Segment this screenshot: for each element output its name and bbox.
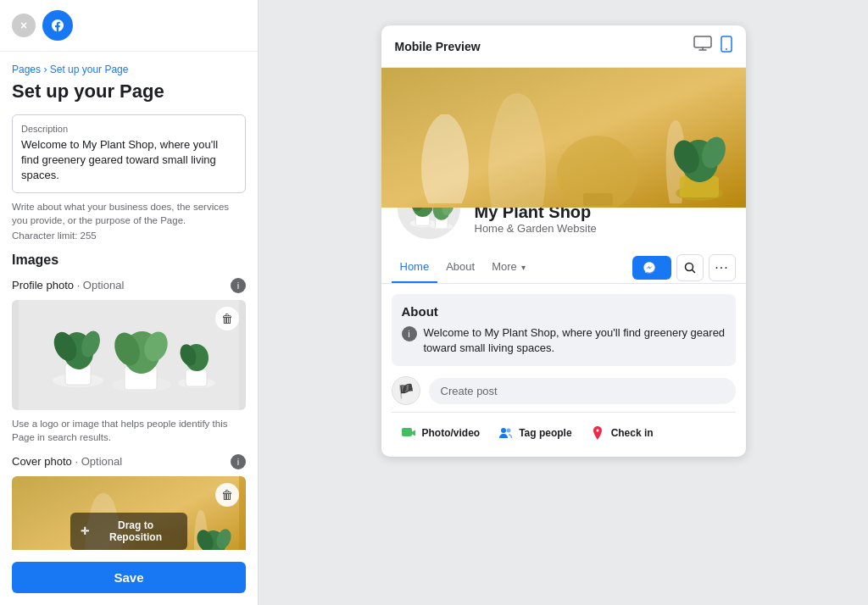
more-nav-button[interactable]: ··· (709, 254, 736, 281)
svg-rect-48 (403, 429, 411, 436)
create-post-avatar: 🏴 (392, 376, 420, 405)
tag-people-button[interactable]: Tag people (488, 419, 580, 447)
profile-photo-preview: 🗑 (12, 300, 246, 410)
flag-icon: 🏴 (398, 383, 415, 399)
svg-rect-13 (186, 369, 207, 386)
about-text: Welcome to My Plant Shop, where you'll f… (424, 325, 726, 356)
photo-video-icon (400, 425, 417, 441)
photo-video-button[interactable]: Photo/video (392, 419, 489, 447)
profile-info: My Plant Shop Home & Garden Website (475, 203, 597, 241)
right-panel: Mobile Preview (259, 0, 868, 605)
svg-rect-30 (583, 193, 613, 206)
mobile-device-icon[interactable] (721, 36, 732, 57)
about-section: About i Welcome to My Plant Shop, where … (392, 294, 736, 366)
left-content: Pages › Set up your Page Set up your Pag… (0, 52, 258, 550)
search-icon (684, 262, 696, 274)
char-limit: Character limit: 255 (12, 230, 246, 241)
profile-photo-delete-icon[interactable]: 🗑 (215, 307, 239, 330)
cover-photo-delete-icon[interactable]: 🗑 (215, 483, 239, 507)
profile-photo-image (12, 300, 246, 410)
message-button[interactable] (632, 256, 671, 280)
search-nav-button[interactable] (676, 254, 704, 281)
page-navigation: Home About More ▾ (381, 252, 746, 284)
breadcrumb: Pages › Set up your Page (12, 64, 246, 75)
preview-content: My Plant Shop Home & Garden Website Home… (381, 68, 746, 457)
desktop-device-icon[interactable] (693, 36, 712, 57)
left-panel: × Pages › Set up your Page Set up your P… (0, 0, 259, 605)
profile-category: Home & Garden Website (475, 222, 597, 235)
mobile-preview-container: Mobile Preview (381, 25, 746, 457)
breadcrumb-pages[interactable]: Pages (12, 64, 41, 75)
breadcrumb-current: Set up your Page (50, 64, 129, 75)
close-button[interactable]: × (12, 14, 36, 37)
facebook-logo (42, 10, 73, 41)
about-info-icon: i (402, 326, 417, 341)
svg-point-49 (501, 428, 506, 433)
page-title: Set up your Page (12, 80, 246, 103)
preview-cover-image (381, 68, 746, 208)
svg-point-27 (726, 48, 727, 50)
create-post-section: 🏴 Create post Photo/video (392, 376, 736, 447)
create-post-input[interactable]: Create post (429, 378, 736, 404)
profile-photo-label: Profile photo · Optional (12, 279, 124, 291)
messenger-icon (643, 261, 656, 275)
svg-point-0 (42, 10, 73, 41)
description-label: Description (21, 124, 236, 134)
nav-about[interactable]: About (437, 252, 483, 283)
save-button[interactable]: Save (12, 562, 246, 593)
nav-home[interactable]: Home (392, 252, 438, 283)
cover-photo-preview: ✛ Drag to Reposition 🗑 (12, 476, 246, 550)
preview-header: Mobile Preview (381, 25, 746, 68)
device-icons (693, 36, 732, 57)
svg-rect-25 (694, 36, 711, 47)
post-actions: Photo/video Tag people (392, 412, 736, 447)
profile-photo-helper: Use a logo or image that helps people id… (12, 417, 246, 444)
about-content: i Welcome to My Plant Shop, where you'll… (402, 325, 726, 356)
svg-point-50 (507, 429, 511, 433)
profile-optional: · Optional (77, 279, 125, 291)
create-post-bar: 🏴 Create post (392, 376, 736, 405)
cover-optional: · Optional (75, 455, 122, 468)
drag-reposition-overlay[interactable]: ✛ Drag to Reposition (70, 513, 187, 550)
check-in-button[interactable]: Check in (581, 419, 662, 447)
check-in-icon (589, 425, 606, 441)
profile-photo-info-icon[interactable]: i (231, 278, 246, 293)
preview-cover-photo (381, 68, 746, 208)
description-value: Welcome to My Plant Shop, where you'll f… (21, 137, 236, 184)
cover-photo-label: Cover photo · Optional (12, 455, 122, 468)
cover-photo-label-row: Cover photo · Optional i (12, 454, 246, 469)
tag-people-icon (497, 425, 514, 441)
description-helper: Write about what your business does, the… (12, 200, 246, 227)
description-box[interactable]: Description Welcome to My Plant Shop, wh… (12, 114, 246, 193)
breadcrumb-separator: › (43, 64, 49, 75)
images-section-title: Images (12, 253, 246, 268)
top-bar: × (0, 0, 258, 52)
nav-actions: ··· (632, 254, 736, 281)
nav-more[interactable]: More ▾ (483, 252, 534, 283)
about-title: About (402, 304, 726, 319)
preview-title: Mobile Preview (395, 40, 481, 53)
cover-photo-info-icon[interactable]: i (231, 454, 246, 469)
profile-photo-label-row: Profile photo · Optional i (12, 278, 246, 293)
